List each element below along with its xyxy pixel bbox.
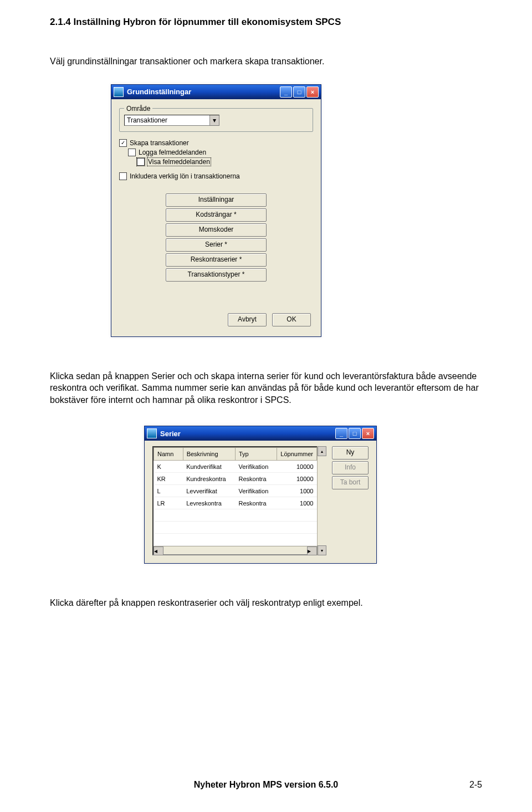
button-momskoder[interactable]: Momskoder bbox=[166, 223, 267, 237]
titlebar[interactable]: Serier _ □ × bbox=[145, 426, 376, 441]
body-para-1: Välj grundinställningar transaktioner oc… bbox=[50, 55, 482, 68]
table-row bbox=[154, 522, 317, 534]
checkbox-icon[interactable] bbox=[119, 139, 127, 147]
app-icon bbox=[147, 428, 157, 438]
combo-value: Transaktioner bbox=[125, 116, 209, 124]
area-group: Område Transaktioner ▾ bbox=[119, 105, 313, 132]
chk-visa-fel[interactable]: Visa felmeddelanden bbox=[137, 158, 313, 166]
column-header[interactable]: Löpnummer bbox=[277, 448, 317, 461]
page-number: 2-5 bbox=[469, 780, 482, 790]
grundinst-window: Grundinställningar _ □ × Område Transakt… bbox=[111, 84, 321, 337]
scroll-track[interactable] bbox=[318, 456, 326, 545]
footer-text: Nyheter Hybron MPS version 6.5.0 bbox=[0, 780, 532, 790]
chk-label: Inkludera verklig lön i transaktionerna bbox=[130, 172, 240, 180]
checkbox-icon[interactable] bbox=[128, 149, 136, 156]
body-para-2: Klicka sedan på knappen Serier och och s… bbox=[50, 370, 482, 406]
table-row[interactable]: LR Levreskontra Reskontra 1000 bbox=[154, 497, 317, 509]
close-button[interactable]: × bbox=[362, 428, 374, 439]
hscrollbar[interactable]: ◂ ▸ bbox=[154, 546, 317, 554]
avbryt-button[interactable]: Avbryt bbox=[228, 313, 267, 326]
table-row[interactable]: K Kundverifikat Verifikation 10000 bbox=[154, 461, 317, 473]
minimize-button[interactable]: _ bbox=[335, 428, 347, 439]
scroll-track[interactable] bbox=[163, 547, 307, 554]
vscrollbar[interactable]: ▴ ▾ bbox=[317, 446, 326, 555]
button-serier[interactable]: Serier * bbox=[166, 238, 267, 252]
table-row[interactable]: L Levverifikat Verifikation 1000 bbox=[154, 485, 317, 497]
scroll-left-icon[interactable]: ◂ bbox=[154, 547, 163, 555]
area-combo[interactable]: Transaktioner ▾ bbox=[124, 115, 219, 126]
maximize-button[interactable]: □ bbox=[349, 428, 361, 439]
chk-logga-fel[interactable]: Logga felmeddelanden bbox=[128, 149, 313, 156]
table-row[interactable]: KR Kundreskontra Reskontra 10000 bbox=[154, 473, 317, 485]
scroll-up-icon[interactable]: ▴ bbox=[318, 446, 326, 456]
chk-inkludera-lon[interactable]: Inkludera verklig lön i transaktionerna bbox=[119, 172, 313, 180]
scroll-right-icon[interactable]: ▸ bbox=[307, 547, 317, 555]
chk-label: Skapa transaktioner bbox=[130, 139, 189, 147]
chk-skapa-transaktioner[interactable]: Skapa transaktioner bbox=[119, 139, 313, 147]
button-transaktionstyper[interactable]: Transaktionstyper * bbox=[166, 268, 267, 282]
ok-button[interactable]: OK bbox=[272, 313, 311, 326]
table-row bbox=[154, 509, 317, 522]
chk-label: Logga felmeddelanden bbox=[139, 149, 206, 156]
button-installningar[interactable]: Inställningar bbox=[166, 193, 267, 207]
area-legend: Område bbox=[124, 105, 152, 113]
app-icon bbox=[114, 87, 124, 97]
column-header[interactable]: Namn bbox=[154, 448, 183, 461]
minimize-button[interactable]: _ bbox=[280, 86, 292, 98]
table-header-row[interactable]: Namn Beskrivning Typ Löpnummer bbox=[154, 448, 317, 461]
body-para-3: Klicka därefter på knappen reskontraseri… bbox=[50, 597, 482, 609]
column-header[interactable]: Typ bbox=[235, 448, 277, 461]
window-title: Grundinställningar bbox=[127, 88, 191, 96]
checkbox-icon[interactable] bbox=[137, 158, 145, 166]
section-title: 2.1.4 Inställning Hybron för löpnummer t… bbox=[50, 17, 482, 28]
chevron-down-icon[interactable]: ▾ bbox=[209, 115, 219, 125]
checkbox-icon[interactable] bbox=[119, 172, 127, 180]
chk-label: Visa felmeddelanden bbox=[147, 158, 211, 166]
window-title: Serier bbox=[160, 430, 181, 438]
button-kodstrangar[interactable]: Kodsträngar * bbox=[166, 208, 267, 222]
scroll-down-icon[interactable]: ▾ bbox=[318, 545, 326, 555]
table-row bbox=[154, 534, 317, 546]
info-button[interactable]: Info bbox=[332, 461, 369, 474]
button-reskontraserier[interactable]: Reskontraserier * bbox=[166, 253, 267, 267]
serier-table[interactable]: Namn Beskrivning Typ Löpnummer K Kundver… bbox=[154, 447, 317, 546]
titlebar[interactable]: Grundinställningar _ □ × bbox=[111, 85, 321, 99]
tabort-button[interactable]: Ta bort bbox=[332, 476, 369, 489]
close-button[interactable]: × bbox=[306, 86, 319, 98]
maximize-button[interactable]: □ bbox=[293, 86, 305, 98]
serier-window: Serier _ □ × Namn Beskrivning Typ bbox=[144, 426, 377, 564]
column-header[interactable]: Beskrivning bbox=[183, 448, 235, 461]
ny-button[interactable]: Ny bbox=[332, 446, 369, 459]
